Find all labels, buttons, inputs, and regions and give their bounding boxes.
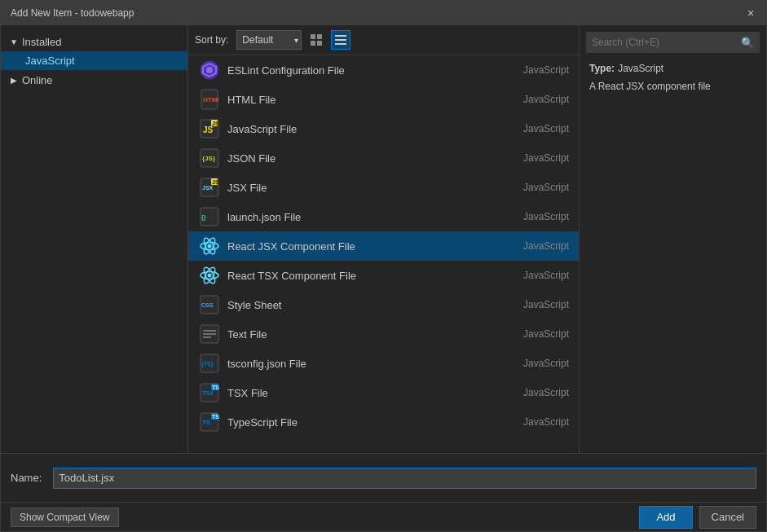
file-type-ts: JavaScript (504, 416, 569, 428)
footer: Show Compact View Add Cancel (1, 502, 766, 531)
compact-view-button[interactable]: Show Compact View (11, 508, 119, 527)
file-name-tsconfig: tsconfig.json File (227, 358, 504, 370)
file-type-jsx: JavaScript (504, 182, 569, 193)
svg-text:{TS}: {TS} (201, 361, 214, 367)
file-icon-jsx: JSX JS (198, 176, 221, 199)
sort-bar: Sort by: Default (188, 25, 579, 55)
search-input[interactable] (592, 37, 738, 48)
file-icon-css: CSS (198, 293, 221, 316)
sidebar-installed-label: Installed (22, 36, 61, 48)
sort-select-wrap: Default (236, 30, 302, 50)
svg-rect-5 (335, 39, 346, 41)
file-item-css[interactable]: CSS Style Sheet JavaScript (188, 290, 579, 319)
add-button[interactable]: Add (639, 506, 692, 529)
center-panel: Sort by: Default (188, 25, 579, 453)
svg-rect-2 (311, 41, 315, 46)
file-item-eslint[interactable]: ESLint Configuration File JavaScript (188, 55, 579, 85)
close-button[interactable]: × (742, 4, 760, 22)
file-name-js: JavaScript File (227, 123, 504, 135)
file-name-ts: TypeScript File (227, 416, 504, 429)
sidebar-item-javascript[interactable]: JavaScript (1, 51, 187, 70)
file-item-tsx[interactable]: TSX TS TSX File JavaScript (188, 378, 579, 407)
installed-arrow: ▼ (7, 35, 20, 48)
file-icon-txt (198, 323, 221, 345)
file-name-html: HTML File (227, 94, 504, 106)
info-type-row: Type: JavaScript (589, 63, 756, 74)
file-icon-react-tsx (198, 264, 221, 287)
file-type-html: JavaScript (504, 94, 569, 105)
info-type-value: JavaScript (618, 63, 663, 74)
file-name-react-jsx: React JSX Component File (227, 240, 504, 253)
svg-point-24 (208, 244, 212, 248)
file-type-react-jsx: JavaScript (504, 240, 569, 252)
file-item-html[interactable]: HTML HTML File JavaScript (188, 85, 579, 114)
file-item-react-tsx[interactable]: React TSX Component File JavaScript (188, 261, 579, 290)
file-list: ESLint Configuration File JavaScript HTM… (188, 55, 579, 453)
file-type-js: JavaScript (504, 123, 569, 134)
search-bar: 🔍 (586, 32, 760, 53)
file-item-react-jsx[interactable]: React JSX Component File JavaScript (188, 231, 579, 261)
file-type-launch: JavaScript (504, 211, 569, 222)
add-new-item-dialog: Add New Item - todowebapp × ▼ Installed … (0, 0, 767, 532)
svg-text:{JS}: {JS} (202, 155, 215, 162)
file-icon-tsx: TSX TS (198, 381, 221, 404)
sort-select[interactable]: Default (236, 30, 302, 50)
sidebar-online-section[interactable]: ▶ Online (1, 70, 187, 90)
svg-text:JS: JS (203, 125, 214, 134)
online-arrow: ▶ (7, 73, 20, 86)
title-bar: Add New Item - todowebapp × (1, 1, 766, 25)
sidebar-online-label: Online (22, 74, 53, 86)
info-type-label: Type: (589, 63, 615, 74)
file-item-jsx[interactable]: JSX JS JSX File JavaScript (188, 173, 579, 202)
file-name-react-tsx: React TSX Component File (227, 270, 504, 282)
name-input[interactable] (53, 468, 756, 489)
content-area: ▼ Installed JavaScript ▶ Online Sort by:… (1, 25, 766, 453)
svg-text:JS: JS (212, 121, 219, 126)
svg-rect-3 (317, 41, 322, 46)
file-item-js[interactable]: JS JS JavaScript File JavaScript (188, 114, 579, 143)
svg-text:HTML: HTML (203, 96, 218, 103)
file-item-ts[interactable]: TS TS TypeScript File JavaScript (188, 407, 579, 437)
file-icon-launch: {} (198, 205, 221, 228)
svg-point-28 (208, 274, 212, 278)
file-type-tsx: JavaScript (504, 387, 569, 398)
search-icon: 🔍 (741, 37, 754, 49)
file-icon-tsconfig: {TS} (198, 352, 221, 375)
file-name-json: JSON File (227, 152, 504, 165)
file-item-tsconfig[interactable]: {TS} tsconfig.json File JavaScript (188, 349, 579, 378)
action-buttons: Add Cancel (639, 506, 756, 529)
svg-text:TSX: TSX (202, 390, 214, 396)
right-panel: 🔍 Type: JavaScript A React JSX component… (579, 25, 766, 453)
file-item-json[interactable]: {JS} JSON File JavaScript (188, 143, 579, 173)
file-icon-js: JS JS (198, 117, 221, 140)
file-name-txt: Text File (227, 328, 504, 341)
svg-rect-1 (317, 34, 322, 39)
file-type-txt: JavaScript (504, 328, 569, 340)
file-icon-html: HTML (198, 88, 221, 111)
svg-text:TS: TS (212, 414, 219, 420)
file-name-launch: launch.json File (227, 211, 504, 223)
svg-rect-6 (335, 43, 346, 45)
file-item-txt[interactable]: Text File JavaScript (188, 319, 579, 349)
svg-text:JS: JS (212, 179, 219, 185)
file-type-tsconfig: JavaScript (504, 358, 569, 369)
sidebar-installed-section[interactable]: ▼ Installed (1, 32, 187, 51)
file-type-css: JavaScript (504, 299, 569, 310)
grid-view-button[interactable] (306, 30, 326, 50)
file-item-launch[interactable]: {} launch.json File JavaScript (188, 202, 579, 231)
file-name-eslint: ESLint Configuration File (227, 64, 504, 77)
sidebar: ▼ Installed JavaScript ▶ Online (1, 25, 188, 453)
file-name-css: Style Sheet (227, 299, 504, 311)
cancel-button[interactable]: Cancel (699, 506, 756, 529)
file-icon-eslint (198, 59, 221, 81)
sort-by-label: Sort by: (195, 34, 228, 46)
svg-text:{}: {} (201, 214, 206, 221)
bottom-bar: Name: (1, 453, 766, 502)
file-name-jsx: JSX File (227, 182, 504, 194)
svg-text:CSS: CSS (201, 302, 214, 308)
svg-rect-4 (335, 35, 346, 37)
svg-rect-0 (311, 34, 315, 39)
svg-text:TS: TS (202, 419, 211, 426)
info-section: Type: JavaScript A React JSX component f… (586, 63, 760, 94)
list-view-button[interactable] (331, 30, 350, 50)
